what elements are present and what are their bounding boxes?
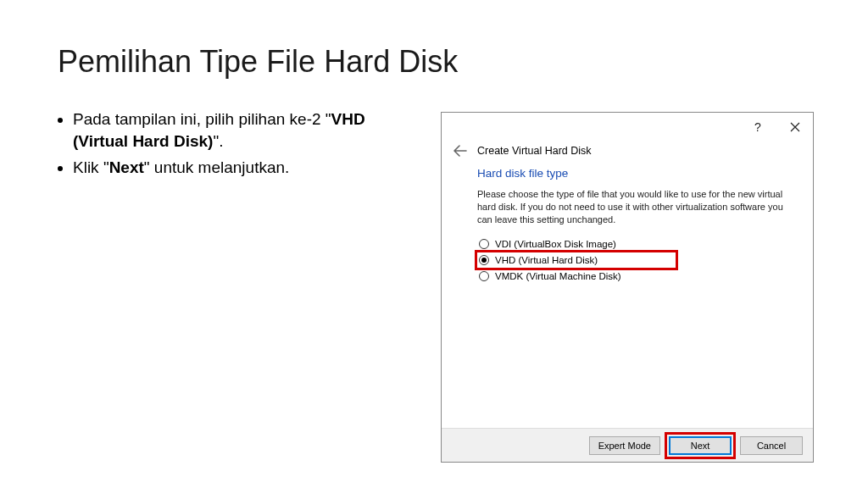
radio-label: VDI (VirtualBox Disk Image) xyxy=(495,239,616,249)
close-icon[interactable] xyxy=(784,122,806,132)
cancel-button[interactable]: Cancel xyxy=(740,436,803,455)
radio-label: VHD (Virtual Hard Disk) xyxy=(495,255,598,265)
radio-icon xyxy=(479,239,489,249)
bullet-text: ". xyxy=(213,132,223,150)
back-arrow-icon[interactable] xyxy=(453,145,467,157)
bullet-item: Klik "Next" untuk melanjutkan. xyxy=(73,157,397,179)
dialog-footer: Expert Mode Next Cancel xyxy=(442,428,813,462)
radio-label: VMDK (Virtual Machine Disk) xyxy=(495,271,621,281)
next-button-highlight: Next xyxy=(667,435,733,457)
radio-option-vmdk[interactable]: VMDK (Virtual Machine Disk) xyxy=(477,269,676,284)
slide-body: Pada tampilan ini, pilih pilihan ke-2 "V… xyxy=(58,108,397,184)
expert-mode-button[interactable]: Expert Mode xyxy=(589,436,660,455)
bullet-text: " untuk melanjutkan. xyxy=(144,158,290,176)
bullet-text: Pada tampilan ini, pilih pilihan ke-2 " xyxy=(73,110,331,128)
create-vhd-dialog: ? Create Virtual Hard Disk Hard disk fil… xyxy=(441,112,814,463)
radio-option-vdi[interactable]: VDI (VirtualBox Disk Image) xyxy=(477,236,676,252)
help-icon[interactable]: ? xyxy=(747,120,769,134)
file-type-radio-group: VDI (VirtualBox Disk Image) VHD (Virtual… xyxy=(477,236,676,284)
dialog-header: Create Virtual Hard Disk xyxy=(442,141,813,167)
next-button[interactable]: Next xyxy=(669,436,732,455)
dialog-content: Hard disk file type Please choose the ty… xyxy=(442,167,813,428)
radio-option-vhd[interactable]: VHD (Virtual Hard Disk) xyxy=(477,252,676,268)
radio-icon xyxy=(479,255,489,265)
bullet-text: Klik " xyxy=(73,158,109,176)
slide-title: Pemilihan Tipe File Hard Disk xyxy=(58,44,458,80)
dialog-titlebar: ? xyxy=(442,113,813,141)
bullet-item: Pada tampilan ini, pilih pilihan ke-2 "V… xyxy=(73,108,397,152)
radio-icon xyxy=(479,271,489,281)
section-title: Hard disk file type xyxy=(477,167,791,180)
section-description: Please choose the type of file that you … xyxy=(477,188,791,226)
bullet-bold: Next xyxy=(109,158,144,176)
dialog-heading: Create Virtual Hard Disk xyxy=(477,145,592,157)
